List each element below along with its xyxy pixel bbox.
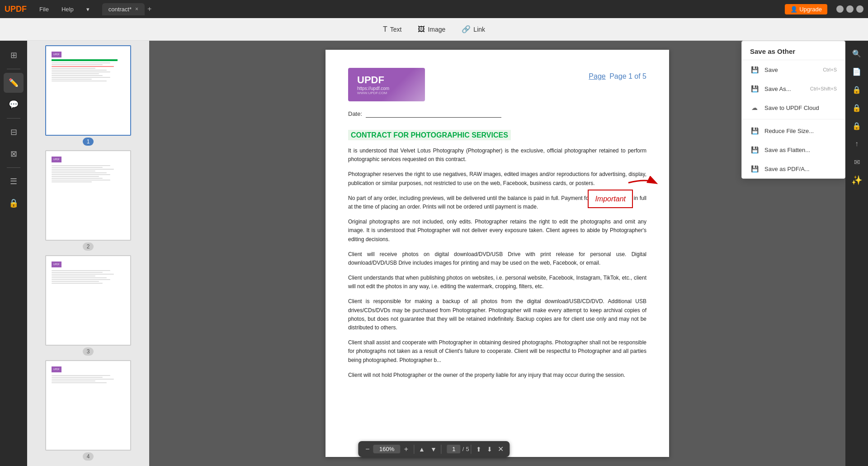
link-icon: 🔗 [462,25,471,33]
zoom-separator [414,445,414,454]
pdf-area[interactable]: UPDF https://updf.com WWW.UPDF.COM Page … [149,41,845,466]
page-numbers: Page 1 of 5 [609,72,646,80]
contract-title-container: CONTRACT FOR PHOTOGRAPHIC SERVICES [348,131,646,139]
para-1: It is understood that Velvet Lotus Photo… [348,147,646,164]
zoom-separator-2 [441,445,442,454]
sidebar-icon-organize[interactable]: ⊟ [4,122,24,142]
thumb-num-1: 1 [83,138,94,146]
date-line: Date: [348,110,646,118]
thumb-img-2: UPDF [45,150,131,241]
page-total: 5 [466,446,469,452]
thumb-num-2: 2 [83,243,94,251]
tab-contract[interactable]: contract* × [102,3,145,15]
thumb-img-4: UPDF [45,360,131,451]
para-8: Client shall assist and cooperate with P… [348,338,646,365]
right-icon-lock2[interactable]: 🔒 [849,100,865,116]
menu-file[interactable]: File [35,4,53,14]
zoom-bar: − 160% + ▲ ▼ 1 / 5 ⬆ ⬇ ✕ [358,441,509,457]
tab-add-button[interactable]: + [147,5,151,13]
window-controls [836,5,863,13]
save-as-icon: 💾 [750,84,759,93]
tab-close-button[interactable]: × [135,6,138,12]
left-sidebar: ⊞ ✏️ 💬 ⊟ ⊠ ☰ 🔒 [0,41,27,466]
sidebar-divider-2 [7,118,20,119]
para-9: Client will not hold Photographer or the… [348,371,646,380]
para-4: Original photographs are not included, o… [348,218,646,244]
titlebar: UPDF File Help ▾ contract* × + 👤 Upgrade [0,0,868,18]
menu-help[interactable]: Help [57,4,78,14]
nav-last-button[interactable]: ⬇ [484,444,495,455]
sidebar-icon-convert[interactable]: ⊠ [4,144,24,164]
cloud-icon: ☁ [750,103,759,112]
nav-first-button[interactable]: ⬆ [473,444,484,455]
save-menu-cloud[interactable]: ☁ Save to UPDF Cloud [742,98,845,117]
thumb-img-1: UPDF [45,45,131,136]
sidebar-divider-1 [7,69,20,69]
titlebar-right: 👤 Upgrade [785,4,863,14]
image-icon: 🖼 [418,25,425,33]
right-icon-search[interactable]: 🔍 [849,45,865,62]
minimize-button[interactable] [836,5,844,13]
thumbnail-1[interactable]: UPDF 1 [32,45,145,146]
pdfa-icon: 💾 [750,164,759,173]
text-icon: T [383,25,387,33]
important-annotation: Important [588,190,633,209]
contract-title: CONTRACT FOR PHOTOGRAPHIC SERVICES [348,130,511,140]
para-2: Photographer reserves the right to use n… [348,170,646,187]
sidebar-icon-pages[interactable]: ⊞ [4,45,24,65]
save-menu-save[interactable]: 💾 Save Ctrl+S [742,60,845,79]
thumbnail-3[interactable]: UPDF 3 [32,255,145,356]
para-5: Client will receive photos on digital do… [348,250,646,267]
updf-logo-block: UPDF https://updf.com WWW.UPDF.COM [348,68,425,101]
para-3: No part of any order, including previews… [348,194,646,211]
toolbar-image[interactable]: 🖼 Image [410,22,453,37]
zoom-value[interactable]: 160% [373,445,401,453]
updf-logo-www: WWW.UPDF.COM [357,91,416,95]
right-icon-lock3[interactable]: 🔒 [849,118,865,134]
right-icon-mail[interactable]: ✉ [849,154,865,170]
save-menu-reduce[interactable]: 💾 Reduce File Size... [742,121,845,140]
save-panel-title: Save as Other [742,41,845,60]
maximize-button[interactable] [846,5,854,13]
sidebar-icon-forms[interactable]: ☰ [4,171,24,191]
toolbar: T Text 🖼 Image 🔗 Link [0,18,868,41]
thumb-num-4: 4 [83,452,94,461]
right-icon-share[interactable]: ↑ [849,136,865,152]
page-nav: 1 / 5 [447,445,469,453]
nav-up-button[interactable]: ▲ [416,444,428,455]
upgrade-button[interactable]: 👤 Upgrade [785,4,827,14]
save-menu-pdfa[interactable]: 💾 Save as PDF/A... [742,159,845,178]
sidebar-icon-security[interactable]: 🔒 [4,193,24,213]
sidebar-icon-edit[interactable]: ✏️ [4,73,24,93]
thumbnail-panel: UPDF 1 [27,41,149,466]
right-icon-ocr[interactable]: 📄 [849,63,865,80]
right-sidebar: 🔍 📄 🔒 🔒 🔒 ↑ ✉ ✨ [845,41,868,466]
right-icon-ai[interactable]: ✨ [849,172,865,188]
nav-down-button[interactable]: ▼ [428,444,439,455]
zoom-in-button[interactable]: + [401,443,412,455]
tab-label: contract* [108,6,132,13]
para-7: Client is responsible for making a backu… [348,297,646,332]
zoom-out-button[interactable]: − [362,443,373,455]
thumb-num-3: 3 [83,347,94,356]
updf-logo-text: UPDF [357,74,416,86]
reduce-icon: 💾 [750,126,759,135]
close-button[interactable] [856,5,863,13]
toolbar-link[interactable]: 🔗 Link [453,21,493,37]
avatar-icon: 👤 [790,6,797,13]
menu-dropdown[interactable]: ▾ [82,4,94,14]
toolbar-text[interactable]: T Text [375,22,410,37]
save-menu-divider [742,119,845,119]
page-input[interactable]: 1 [447,445,461,453]
sidebar-divider-3 [7,167,20,168]
right-icon-lock1[interactable]: 🔒 [849,81,865,98]
save-menu-flatten[interactable]: 💾 Save as Flatten... [742,140,845,159]
close-zoom-button[interactable]: ✕ [495,443,506,455]
app-logo: UPDF [5,5,27,14]
thumbnail-2[interactable]: UPDF 2 [32,150,145,251]
thumbnail-4[interactable]: UPDF 4 [32,360,145,461]
page-slash: / [462,446,464,452]
save-menu-save-as[interactable]: 💾 Save As... Ctrl+Shift+S [742,79,845,98]
main-area: ⊞ ✏️ 💬 ⊟ ⊠ ☰ 🔒 UPDF [0,41,868,466]
sidebar-icon-comment[interactable]: 💬 [4,95,24,114]
